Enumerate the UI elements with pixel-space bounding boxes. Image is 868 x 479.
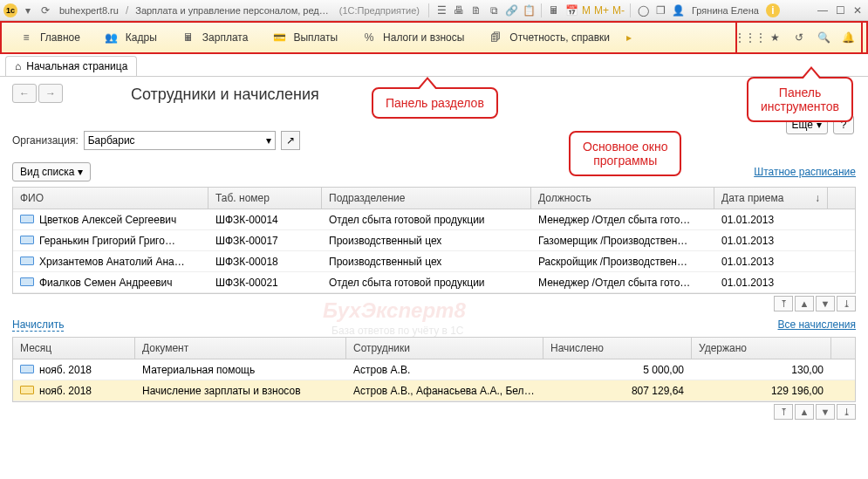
- compare-icon[interactable]: ⧉: [487, 3, 501, 17]
- staff-link[interactable]: Штатное расписание: [754, 166, 856, 178]
- site-name: buhexpert8.ru: [59, 5, 119, 16]
- section-payments[interactable]: 💳Выплаты: [260, 23, 350, 52]
- callout-main: Основное окно программы: [569, 131, 681, 176]
- org-select[interactable]: Барбарис ▾: [84, 131, 276, 150]
- wallet-icon: 💳: [272, 31, 286, 44]
- calc-icon[interactable]: 🖩: [547, 3, 561, 17]
- section-label: Зарплата: [202, 31, 249, 44]
- scroll-bottom-btn[interactable]: ⤓: [837, 296, 856, 311]
- bell-icon[interactable]: 🔔: [838, 28, 858, 47]
- reload-icon[interactable]: ⟳: [38, 3, 52, 17]
- close-btn[interactable]: ✕: [851, 3, 865, 17]
- memory-plus-btn[interactable]: M+: [594, 3, 609, 17]
- tool-panel: ⋮⋮⋮ ★ ↺ 🔍 🔔: [735, 21, 863, 54]
- percent-icon: %: [362, 31, 376, 44]
- back-nav-icon[interactable]: ◯: [636, 3, 650, 17]
- section-label: Главное: [40, 31, 80, 44]
- print-icon[interactable]: 🖶: [452, 3, 466, 17]
- doc-icon[interactable]: 🗎: [469, 3, 483, 17]
- th-acc[interactable]: Начислено: [543, 338, 692, 359]
- nav-back-btn[interactable]: ←: [12, 84, 37, 103]
- page-title: Сотрудники и начисления: [131, 86, 319, 104]
- nav-fwd-btn[interactable]: →: [38, 84, 63, 103]
- scroll-up-btn[interactable]: ▲: [795, 404, 814, 420]
- view-mode-btn[interactable]: Вид списка▾: [12, 162, 91, 181]
- dropdown-icon[interactable]: ▾: [21, 3, 35, 17]
- th-month[interactable]: Месяц: [13, 338, 135, 359]
- nav-tabs: ⌂ Начальная страница: [0, 54, 868, 77]
- window-title: Зарплата и управление персоналом, ред…: [135, 5, 329, 16]
- org-value: Барбарис: [88, 134, 135, 147]
- table-row[interactable]: нояб. 2018Материальная помощьАстров А.В.…: [13, 359, 855, 380]
- search-icon[interactable]: 🔍: [814, 28, 833, 47]
- chevron-down-icon: ▾: [266, 134, 271, 147]
- memory-minus-btn[interactable]: M-: [612, 3, 625, 17]
- favorite-icon[interactable]: ★: [765, 28, 784, 47]
- th-emp[interactable]: Сотрудники: [346, 338, 543, 359]
- people-icon: 👥: [105, 31, 119, 44]
- history-icon[interactable]: ↺: [789, 28, 809, 47]
- nav-tab-label: Начальная страница: [26, 60, 127, 72]
- accrue-link[interactable]: Начислить: [12, 318, 64, 332]
- section-reports[interactable]: 🗐Отчетность, справки: [476, 23, 622, 52]
- link-icon[interactable]: 🔗: [504, 3, 518, 17]
- doc-icon: 🗐: [489, 31, 502, 44]
- menu-icon: ≡: [19, 31, 33, 44]
- table-row[interactable]: Фиалков Семен АндреевичШФЗК-00021Отдел с…: [13, 272, 855, 293]
- th-date[interactable]: Дата приема↓: [714, 188, 828, 209]
- org-open-btn[interactable]: ↗: [281, 131, 300, 150]
- scroll-bottom-btn[interactable]: ⤓: [837, 404, 856, 420]
- th-dol[interactable]: Должность: [531, 188, 714, 209]
- section-label: Кадры: [126, 31, 157, 44]
- callout-sections: Панель разделов: [372, 87, 498, 119]
- th-doc[interactable]: Документ: [135, 338, 346, 359]
- table-header: ФИО Таб. номер Подразделение Должность Д…: [13, 188, 855, 209]
- table-row[interactable]: Цветков Алексей СергеевичШФЗК-00014Отдел…: [13, 209, 855, 230]
- table-row[interactable]: Хризантемов Анатолий Ана…ШФЗК-00018Произ…: [13, 251, 855, 272]
- th-date-label: Дата приема: [721, 192, 783, 204]
- print-preview-icon[interactable]: ☰: [434, 3, 448, 17]
- clipboard-icon[interactable]: 📋: [522, 3, 536, 17]
- minimize-btn[interactable]: —: [816, 3, 830, 17]
- scroll-up-btn[interactable]: ▲: [795, 296, 814, 311]
- apps-icon[interactable]: ⋮⋮⋮: [741, 28, 760, 47]
- table-header: Месяц Документ Сотрудники Начислено Удер…: [13, 338, 855, 359]
- row-icon: [20, 236, 34, 244]
- th-fio[interactable]: ФИО: [13, 188, 208, 209]
- home-icon: ⌂: [15, 60, 21, 72]
- th-tab[interactable]: Таб. номер: [208, 188, 322, 209]
- row-icon: [20, 257, 34, 265]
- scroll-top-btn[interactable]: ⤒: [774, 404, 793, 420]
- calendar-icon[interactable]: 📅: [564, 3, 578, 17]
- scroll-down-btn[interactable]: ▼: [816, 296, 835, 311]
- chevron-down-icon: ▾: [78, 166, 83, 178]
- scroll-down-btn[interactable]: ▼: [816, 404, 835, 420]
- titlebar: 1c ▾ ⟳ buhexpert8.ru / Зарплата и управл…: [0, 0, 868, 21]
- section-scroll-right[interactable]: ▸: [622, 21, 636, 54]
- section-salary[interactable]: 🖩Зарплата: [169, 23, 261, 52]
- memory-btn[interactable]: M: [582, 3, 591, 17]
- row-icon: [20, 215, 34, 223]
- maximize-btn[interactable]: ☐: [833, 3, 847, 17]
- th-ded[interactable]: Удержано: [692, 338, 831, 359]
- section-taxes[interactable]: %Налоги и взносы: [350, 23, 476, 52]
- section-label: Выплаты: [293, 31, 338, 44]
- info-icon[interactable]: i: [766, 3, 780, 17]
- table-row[interactable]: нояб. 2018Начисление зарплаты и взносовА…: [13, 380, 855, 401]
- sort-down-icon: ↓: [815, 192, 820, 204]
- callout-tools: Панель инструментов: [747, 77, 853, 122]
- nav-tab-home[interactable]: ⌂ Начальная страница: [5, 56, 137, 76]
- section-panel: ≡Главное 👥Кадры 🖩Зарплата 💳Выплаты %Нало…: [0, 21, 868, 54]
- scroll-top-btn[interactable]: ⤒: [774, 296, 793, 311]
- section-hr[interactable]: 👥Кадры: [92, 23, 169, 52]
- user-name[interactable]: Грянина Елена: [692, 5, 759, 16]
- window-subtitle: (1С:Предприятие): [339, 5, 420, 16]
- row-icon: [20, 277, 34, 286]
- all-accruals-link[interactable]: Все начисления: [777, 318, 856, 332]
- section-main[interactable]: ≡Главное: [7, 23, 92, 52]
- th-pod[interactable]: Подразделение: [322, 188, 531, 209]
- employees-table: ФИО Таб. номер Подразделение Должность Д…: [12, 187, 856, 294]
- windows-icon[interactable]: ❐: [653, 3, 667, 17]
- section-label: Налоги и взносы: [383, 31, 464, 44]
- table-row[interactable]: Геранькин Григорий Григо…ШФЗК-00017Произ…: [13, 230, 855, 251]
